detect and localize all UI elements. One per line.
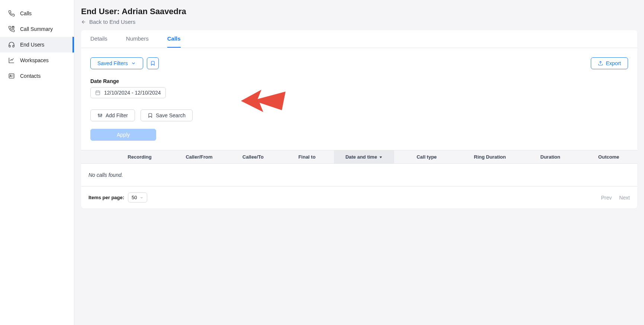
table-header-recording[interactable]: Recording bbox=[107, 150, 172, 163]
items-per-page-label: Items per page: bbox=[88, 195, 124, 200]
empty-state-message: No calls found. bbox=[81, 164, 637, 186]
table-header-callee[interactable]: Callee/To bbox=[226, 150, 280, 163]
chevron-down-icon bbox=[140, 196, 144, 200]
svg-marker-19 bbox=[380, 156, 382, 158]
back-link-label: Back to End Users bbox=[89, 19, 135, 25]
chevron-down-icon bbox=[131, 61, 136, 66]
sidebar-item-call-summary[interactable]: Call Summary bbox=[0, 21, 74, 37]
contacts-icon bbox=[8, 73, 15, 79]
export-button[interactable]: Export bbox=[591, 57, 628, 69]
sidebar-item-label: Call Summary bbox=[20, 26, 53, 32]
sliders-icon bbox=[97, 113, 103, 118]
svg-point-18 bbox=[101, 115, 102, 115]
table-header-spacer bbox=[81, 150, 107, 163]
table-header-row: Recording Caller/From Callee/To Final to… bbox=[81, 150, 637, 164]
sort-desc-icon bbox=[379, 155, 383, 159]
svg-rect-9 bbox=[96, 91, 100, 95]
export-label: Export bbox=[606, 60, 621, 66]
pagination: Items per page: 50 Prev Next bbox=[81, 186, 637, 208]
svg-rect-3 bbox=[9, 74, 14, 78]
svg-point-16 bbox=[98, 114, 99, 115]
sidebar-item-label: Contacts bbox=[20, 73, 41, 79]
add-filter-button[interactable]: Add Filter bbox=[90, 109, 135, 121]
card: Details Numbers Calls Saved Filters bbox=[81, 30, 637, 208]
sidebar-item-contacts[interactable]: Contacts bbox=[0, 68, 74, 84]
page-title: End User: Adrian Saavedra bbox=[81, 7, 637, 16]
table-header-ring[interactable]: Ring Duration bbox=[459, 150, 521, 163]
bookmark-icon bbox=[148, 113, 153, 118]
table-header-caller[interactable]: Caller/From bbox=[172, 150, 226, 163]
next-button[interactable]: Next bbox=[619, 195, 630, 201]
calls-table: Recording Caller/From Callee/To Final to… bbox=[81, 150, 637, 208]
phone-icon bbox=[8, 10, 15, 17]
arrow-left-icon bbox=[81, 19, 86, 25]
prev-button[interactable]: Prev bbox=[601, 195, 612, 201]
back-link[interactable]: Back to End Users bbox=[81, 19, 135, 25]
page-size-select[interactable]: 50 bbox=[128, 192, 147, 203]
saved-filters-dropdown[interactable]: Saved Filters bbox=[90, 57, 143, 69]
sidebar-item-label: Workspaces bbox=[20, 57, 49, 63]
date-range-input[interactable]: 12/10/2024 - 12/10/2024 bbox=[90, 87, 166, 98]
sidebar-item-workspaces[interactable]: Workspaces bbox=[0, 52, 74, 68]
bookmark-button[interactable] bbox=[147, 57, 159, 69]
saved-filters-label: Saved Filters bbox=[97, 60, 128, 66]
table-header-outcome[interactable]: Outcome bbox=[580, 150, 637, 163]
table-header-date[interactable]: Date and time bbox=[334, 150, 394, 163]
tabs: Details Numbers Calls bbox=[81, 30, 637, 48]
svg-point-17 bbox=[100, 116, 100, 117]
sidebar: Calls Call Summary End Users Workspaces … bbox=[0, 0, 74, 325]
filters-area: Saved Filters Export Date Range bbox=[81, 48, 637, 150]
date-range-value: 12/10/2024 - 12/10/2024 bbox=[104, 90, 161, 96]
chart-icon bbox=[8, 57, 15, 64]
calendar-icon bbox=[95, 90, 100, 95]
tab-numbers[interactable]: Numbers bbox=[126, 30, 149, 48]
call-summary-icon bbox=[8, 26, 15, 32]
page-size-value: 50 bbox=[132, 195, 137, 200]
sidebar-item-label: Calls bbox=[20, 10, 32, 16]
main-content: End User: Adrian Saavedra Back to End Us… bbox=[74, 0, 644, 325]
add-filter-label: Add Filter bbox=[106, 112, 128, 118]
save-search-button[interactable]: Save Search bbox=[141, 109, 193, 121]
bookmark-icon bbox=[150, 61, 155, 66]
apply-button[interactable]: Apply bbox=[90, 129, 156, 141]
upload-icon bbox=[598, 61, 603, 66]
sidebar-item-calls[interactable]: Calls bbox=[0, 6, 74, 21]
tab-details[interactable]: Details bbox=[90, 30, 107, 48]
tab-calls[interactable]: Calls bbox=[167, 30, 181, 48]
sidebar-item-label: End Users bbox=[20, 42, 44, 48]
svg-point-4 bbox=[10, 75, 11, 76]
apply-label: Apply bbox=[117, 132, 130, 138]
save-search-label: Save Search bbox=[156, 112, 186, 118]
table-header-final[interactable]: Final to bbox=[280, 150, 334, 163]
table-header-type[interactable]: Call type bbox=[394, 150, 459, 163]
headphones-icon bbox=[8, 41, 15, 48]
date-range-label: Date Range bbox=[90, 78, 628, 84]
sidebar-item-end-users[interactable]: End Users bbox=[0, 37, 74, 52]
table-header-duration[interactable]: Duration bbox=[521, 150, 580, 163]
